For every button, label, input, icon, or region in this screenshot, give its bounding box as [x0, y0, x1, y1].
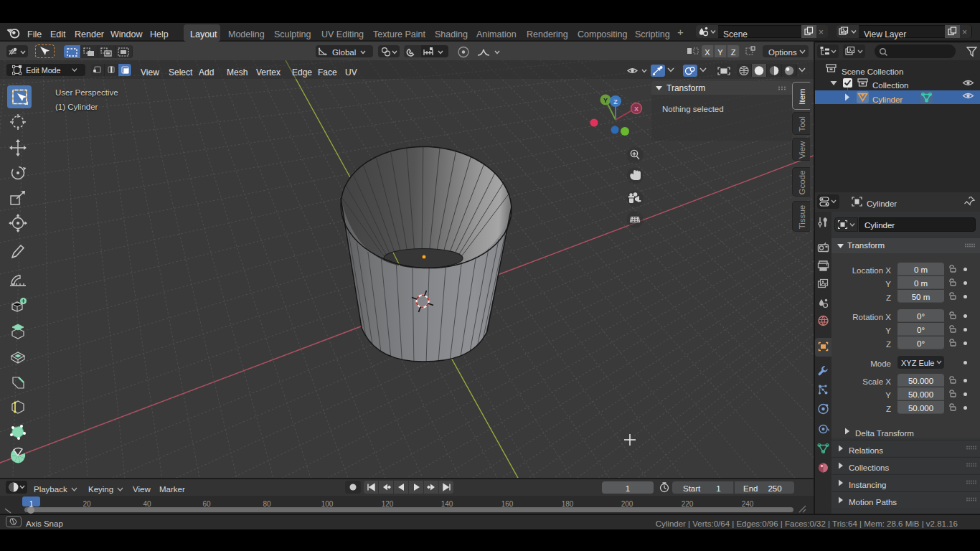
svg-text:Edit Mode: Edit Mode: [26, 66, 60, 75]
svg-text:X: X: [634, 105, 639, 113]
svg-text:Y: Y: [603, 97, 608, 104]
svg-text:Global: Global: [332, 48, 356, 57]
svg-text:Z: Z: [613, 98, 618, 105]
